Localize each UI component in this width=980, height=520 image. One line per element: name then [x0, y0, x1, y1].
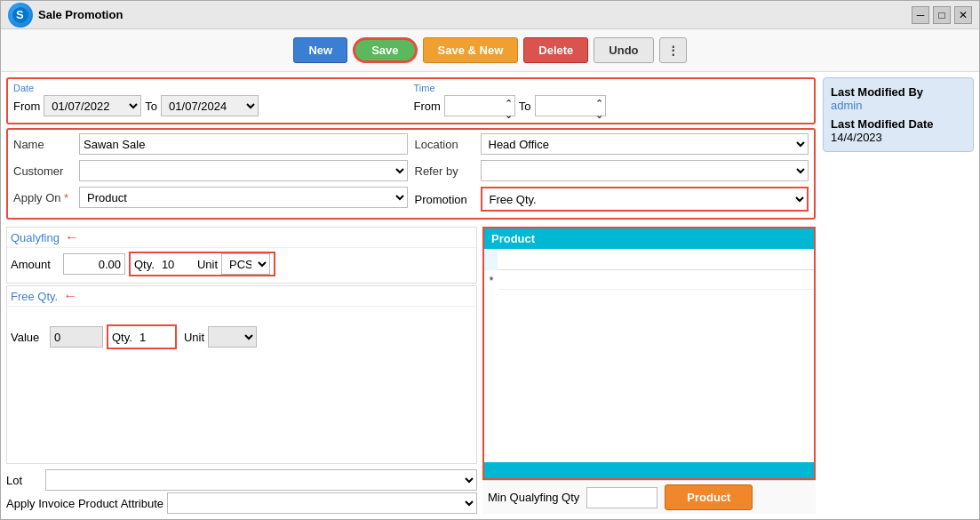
- time-from-label: From: [414, 100, 441, 113]
- svg-text:S: S: [16, 8, 24, 21]
- modified-date-value: 14/4/2023: [831, 131, 966, 144]
- close-button[interactable]: ✕: [954, 6, 972, 24]
- product-input-row: [484, 249, 814, 270]
- name-row: Name: [13, 133, 408, 155]
- product-search-input[interactable]: [498, 249, 814, 270]
- free-qty-arrow: ←: [63, 288, 77, 304]
- minimize-button[interactable]: ─: [912, 6, 929, 24]
- location-label: Location: [415, 138, 477, 151]
- customer-row: Customer: [13, 160, 408, 181]
- refer-by-label: Refer by: [415, 164, 477, 178]
- refer-by-select[interactable]: [481, 160, 809, 181]
- free-unit-label: Unit: [184, 331, 204, 344]
- undo-button[interactable]: Undo: [594, 37, 653, 63]
- product-header: Product: [484, 228, 814, 249]
- apply-invoice-row: Apply Invoice Product Attribute: [6, 492, 477, 514]
- date-to-input[interactable]: 01/07/2024: [161, 95, 259, 116]
- min-qty-label: Min Qualyfing Qty: [488, 491, 579, 504]
- qty-input[interactable]: [158, 253, 194, 275]
- time-to-label: To: [519, 100, 531, 113]
- date-time-row: Date From 01/07/2022 To 01/07/2024: [13, 83, 809, 119]
- save-button[interactable]: Save: [353, 37, 417, 63]
- min-qty-input[interactable]: 0.00: [586, 487, 657, 508]
- date-row: From 01/07/2022 To 01/07/2024: [13, 95, 409, 116]
- modified-date-label: Last Modified Date: [831, 117, 966, 131]
- lot-select[interactable]: [45, 469, 477, 491]
- new-button[interactable]: New: [293, 37, 347, 63]
- free-qty-section: Free Qty. ← Value Qty. Un: [6, 285, 477, 464]
- apply-on-label: Apply On *: [13, 191, 76, 204]
- more-button[interactable]: ⋮: [659, 37, 687, 63]
- star-cell: [484, 249, 498, 270]
- free-qty-label: Free Qty.: [11, 290, 58, 303]
- apply-invoice-select[interactable]: [167, 492, 477, 514]
- time-section: Time From ⌃⌄ To ⌃⌄: [414, 83, 809, 119]
- date-from-label: From: [13, 100, 40, 113]
- amount-label: Amount: [11, 258, 60, 271]
- name-input[interactable]: [79, 133, 408, 155]
- app-logo: S: [8, 3, 33, 28]
- unit-label: Unit: [197, 258, 218, 271]
- free-qty-body: Value Qty. Unit: [7, 307, 476, 356]
- modified-by-label: Last Modified By: [831, 85, 966, 99]
- fields-two-col: Name Customer Apply On * Pr: [13, 133, 809, 214]
- qualifying-section: Qualyfing ← Amount Qty. Unit: [6, 227, 477, 284]
- cyan-bar: [484, 462, 814, 478]
- customer-select[interactable]: [79, 160, 408, 181]
- left-qualifying: Qualyfing ← Amount Qty. Unit: [6, 227, 477, 514]
- save-new-button[interactable]: Save & New: [423, 37, 519, 63]
- right-product-area: Product *: [482, 227, 816, 514]
- unit-select[interactable]: PCS: [221, 253, 270, 275]
- product-table: *: [484, 249, 814, 462]
- info-box: Last Modified By admin Last Modified Dat…: [823, 77, 974, 152]
- name-label: Name: [13, 138, 76, 151]
- qualifying-header: Qualyfing ←: [7, 228, 476, 248]
- free-value-label: Value: [11, 331, 46, 344]
- location-select[interactable]: Head Office: [481, 133, 809, 155]
- apply-on-select[interactable]: Product: [79, 187, 408, 208]
- free-unit-select[interactable]: [208, 326, 257, 348]
- qualifying-body: Amount Qty. Unit PCS: [7, 248, 476, 283]
- right-panel: Last Modified By admin Last Modified Dat…: [823, 77, 974, 514]
- time-label: Time: [414, 83, 809, 93]
- window-title: Sale Promotion: [38, 8, 123, 21]
- promotion-label: Promotion: [415, 193, 477, 206]
- delete-button[interactable]: Delete: [523, 37, 588, 63]
- maximize-button[interactable]: □: [933, 6, 951, 24]
- apply-on-row: Apply On * Product: [13, 187, 408, 208]
- qualifying-arrow: ←: [65, 229, 79, 245]
- qty-label: Qty.: [134, 258, 155, 271]
- right-col: Location Head Office Refer by: [415, 133, 809, 214]
- free-qty-header: Free Qty. ←: [7, 286, 476, 307]
- free-qty-values-row: Value Qty. Unit: [11, 324, 473, 349]
- modified-by-value: admin: [831, 99, 966, 112]
- apply-invoice-label: Apply Invoice Product Attribute: [6, 497, 163, 510]
- location-row: Location Head Office: [415, 133, 809, 155]
- lot-label: Lot: [6, 474, 42, 487]
- product-star-row: *: [484, 270, 814, 290]
- product-star: *: [484, 274, 498, 287]
- title-bar: S Sale Promotion ─ □ ✕: [1, 1, 979, 29]
- promotion-row: Promotion Free Qty.: [415, 187, 809, 212]
- split-area: Qualyfing ← Amount Qty. Unit: [6, 227, 816, 514]
- qualifying-label: Qualyfing: [11, 231, 60, 244]
- product-empty-row: [498, 270, 814, 290]
- left-col: Name Customer Apply On * Pr: [13, 133, 408, 214]
- customer-label: Customer: [13, 164, 76, 178]
- free-qty-input[interactable]: [136, 326, 171, 348]
- lot-row: Lot: [6, 469, 477, 491]
- toolbar: New Save Save & New Delete Undo ⋮: [1, 29, 979, 72]
- time-row: From ⌃⌄ To ⌃⌄: [414, 95, 809, 116]
- date-from-input[interactable]: 01/07/2022: [44, 95, 141, 116]
- free-value-input[interactable]: [50, 326, 103, 348]
- product-button[interactable]: Product: [665, 484, 753, 510]
- fields-section: Name Customer Apply On * Pr: [6, 128, 816, 220]
- main-area: Date From 01/07/2022 To 01/07/2024: [6, 77, 816, 514]
- amount-input[interactable]: [63, 253, 125, 275]
- promotion-select[interactable]: Free Qty.: [482, 188, 808, 210]
- date-section: Date From 01/07/2022 To 01/07/2024: [13, 83, 409, 119]
- refer-by-row: Refer by: [415, 160, 809, 181]
- qualifying-amounts-row: Amount Qty. Unit PCS: [11, 252, 473, 276]
- date-label: Date: [13, 83, 409, 93]
- window-controls: ─ □ ✕: [912, 6, 972, 24]
